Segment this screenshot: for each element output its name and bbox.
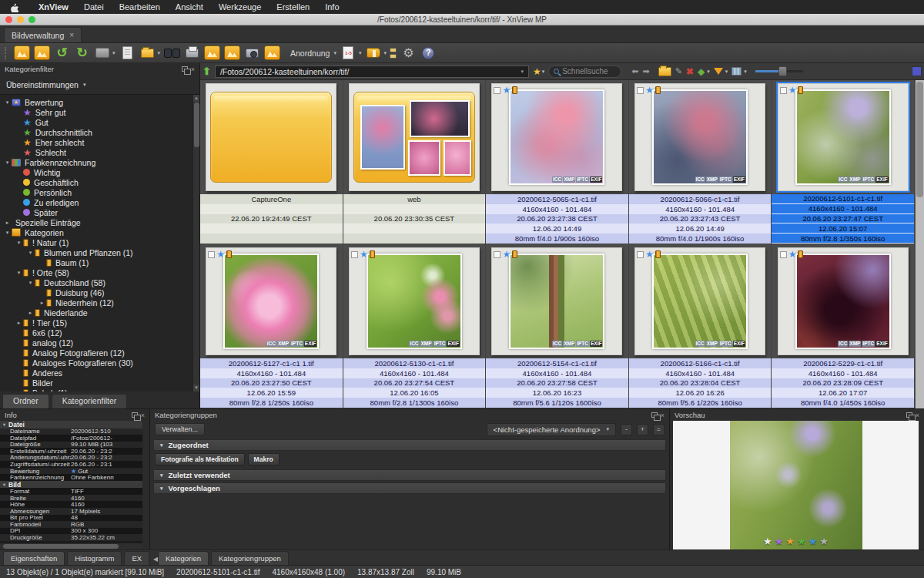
view-mode-icon[interactable]	[732, 67, 742, 76]
parent-folder-icon[interactable]: ⬆	[203, 66, 211, 77]
settings-gear-icon[interactable]: ⚙	[400, 45, 417, 60]
menu-item-bearbeiten[interactable]: Bearbeiten	[112, 2, 168, 12]
expander-icon[interactable]: ▾	[15, 240, 23, 246]
tree-item-zu-erledigen[interactable]: Zu erledigen	[0, 197, 199, 207]
select-checkbox[interactable]	[637, 251, 644, 258]
expander-icon[interactable]: ▾	[15, 270, 23, 276]
filter-funnel-icon[interactable]	[714, 68, 723, 75]
float-panel-icon[interactable]	[651, 412, 658, 418]
tab-eigenschaften[interactable]: Eigenschaften	[3, 551, 65, 565]
close-panel-icon[interactable]: ×	[661, 412, 665, 419]
sidebar-tab-kategorienfilter[interactable]: Kategorienfilter	[52, 394, 128, 408]
folder-item-web[interactable]: web20.06.20 23:30:35 CEST	[343, 80, 487, 244]
menu-item-erstellen[interactable]: Erstellen	[269, 2, 317, 12]
select-checkbox[interactable]	[494, 87, 500, 94]
tree-item-schlecht[interactable]: ★Schlecht	[0, 147, 199, 157]
rating-star-icon[interactable]: ★	[645, 250, 654, 259]
capture-icon[interactable]	[246, 49, 259, 58]
image-item-20200612-5101-c1-c1-tif[interactable]: ★ICCXMPIPTCEXIF20200612-5101-c1-c1.tif41…	[772, 80, 915, 244]
rename-icon[interactable]: ✎	[675, 66, 682, 76]
rating-star-5[interactable]: ★	[819, 536, 829, 546]
arrangement-select[interactable]: <Nicht-gespeicherte Anordnung> ▾	[487, 423, 616, 436]
close-window-button[interactable]	[5, 16, 12, 23]
info-section-datei[interactable]: ▾Datei	[0, 421, 142, 428]
expander-icon[interactable]: ▸	[3, 220, 12, 226]
info-section-bild[interactable]: ▾Bild	[0, 481, 142, 489]
tree-item-wichtig[interactable]: Wichtig	[0, 167, 199, 177]
tree-item-analog-12[interactable]: analog (12)	[0, 338, 199, 348]
add-arrangement-button[interactable]: +	[637, 424, 648, 435]
rating-star-icon[interactable]: ★	[360, 250, 368, 259]
rating-star-2[interactable]: ★	[785, 536, 795, 546]
sort-order-icon[interactable]: 1-5	[343, 46, 353, 59]
quick-search-input[interactable]: Schnellsuche	[548, 66, 621, 78]
rating-stars[interactable]: ★★★★★★	[763, 536, 829, 546]
expander-icon[interactable]: ▾	[3, 160, 12, 166]
tree-item-deutschland-58[interactable]: ▾Deutschland (58)	[0, 277, 199, 287]
rating-star-icon[interactable]: ★	[502, 250, 511, 259]
sidebar-tab-ordner[interactable]: Ordner	[2, 394, 49, 408]
arrangement-label[interactable]: Anordnung	[290, 49, 330, 58]
tab-histogramm[interactable]: Histogramm	[67, 551, 122, 565]
remove-arrangement-button[interactable]: -	[621, 424, 632, 435]
expander-icon[interactable]: ▾	[26, 250, 35, 256]
rating-star-4[interactable]: ★	[808, 536, 818, 546]
tree-item-spezielle-eintr-ge[interactable]: ▸Spezielle Einträge	[0, 217, 199, 227]
image-item-20200612-5127-c1-c1-1-tif[interactable]: ★ICCXMPIPTCEXIF20200612-5127-c1-c1 1.tif…	[200, 244, 343, 408]
close-tab-icon[interactable]: ×	[69, 31, 74, 39]
close-panel-icon[interactable]: ×	[191, 66, 195, 73]
tree-item-kategorien[interactable]: ▾Kategorien	[0, 227, 199, 237]
menu-item-xnview[interactable]: XnView	[31, 2, 76, 12]
float-panel-icon[interactable]	[132, 412, 138, 418]
menu-item-info[interactable]: Info	[317, 2, 346, 12]
section-zuletzt-verwendet[interactable]: ▾Zuletzt verwendet	[153, 469, 666, 481]
tree-item-anderes[interactable]: Anderes	[0, 368, 199, 378]
tab-bildverwaltung[interactable]: Bildverwaltung ×	[4, 27, 82, 42]
eraser-icon[interactable]	[95, 48, 109, 58]
sidebar-scrollbar[interactable]: ▲ ▼	[192, 95, 199, 391]
tree-item-analog-fotografieren-12[interactable]: Analog Fotografieren (12)	[0, 348, 199, 358]
expander-icon[interactable]: ▾	[3, 99, 12, 106]
preview-image[interactable]	[730, 421, 862, 549]
tree-item-bewertung[interactable]: ▾★Bewertung	[0, 97, 199, 107]
search-icon[interactable]	[164, 45, 180, 60]
image-item-20200612-5066-c1-c1-tif[interactable]: ★ICCXMPIPTCEXIF20200612-5066-c1-c1.tif41…	[629, 80, 772, 244]
tree-item-gut[interactable]: ★Gut	[0, 117, 199, 127]
section-vorgeschlagen[interactable]: ▾Vorgeschlagen	[153, 482, 666, 494]
forward-icon[interactable]: ➡	[642, 66, 649, 76]
section-zugeordnet[interactable]: ▾Zugeordnet	[153, 439, 666, 451]
print-icon[interactable]	[186, 49, 199, 58]
tree-item-tier-15[interactable]: ▸! Tier (15)	[0, 318, 199, 328]
float-panel-icon[interactable]	[906, 412, 912, 418]
rating-star-icon[interactable]: ★	[788, 86, 797, 95]
image-item-20200612-5130-c1-c1-tif[interactable]: ★ICCXMPIPTCEXIF20200612-5130-c1-c1.tif41…	[343, 244, 487, 408]
folder-item-captureone[interactable]: CaptureOne22.06.20 19:24:49 CEST	[200, 80, 343, 244]
float-panel-icon[interactable]	[182, 66, 188, 72]
tree-item-bilder[interactable]: Bilder	[0, 378, 199, 388]
info-hscrollbar[interactable]	[0, 543, 142, 549]
browse-mode-icon[interactable]	[367, 48, 380, 58]
back-icon[interactable]: ⬅	[631, 66, 638, 76]
expander-icon[interactable]: ▸	[38, 300, 46, 306]
match-dropdown[interactable]: Übereinstimmungen ▾	[6, 80, 85, 89]
expander-icon[interactable]: ▸	[26, 310, 35, 316]
batch-icon[interactable]	[224, 45, 240, 60]
tab-ex[interactable]: EX	[124, 551, 149, 565]
tree-item-sehr-gut[interactable]: ★Sehr gut	[0, 107, 199, 117]
scroll-down-icon[interactable]: ▼	[193, 385, 199, 391]
path-dropdown-icon[interactable]: ▾	[521, 69, 524, 75]
tree-item-analoges-fotografieren-30[interactable]: Analoges Fotografieren (30)	[0, 358, 199, 368]
select-checkbox[interactable]	[351, 251, 358, 258]
rating-star-icon[interactable]: ★	[216, 250, 225, 259]
fullscreen-icon[interactable]	[34, 45, 50, 60]
rating-star-icon[interactable]: ★	[502, 86, 511, 95]
tree-item-bokeh-1[interactable]: Bokeh (1)	[0, 388, 199, 391]
select-checkbox[interactable]	[780, 87, 787, 94]
tree-item-farbkennzeichnung[interactable]: ▾Farbkennzeichnung	[0, 157, 199, 167]
convert-icon[interactable]	[204, 45, 220, 60]
tab-kategorien[interactable]: Kategorien	[158, 551, 209, 565]
tree-item-duisburg-46[interactable]: Duisburg (46)	[0, 287, 199, 297]
compare-icon[interactable]	[390, 45, 397, 60]
browser-icon[interactable]	[14, 45, 30, 60]
tree-item-niederlande[interactable]: ▸Niederlande	[0, 307, 199, 318]
